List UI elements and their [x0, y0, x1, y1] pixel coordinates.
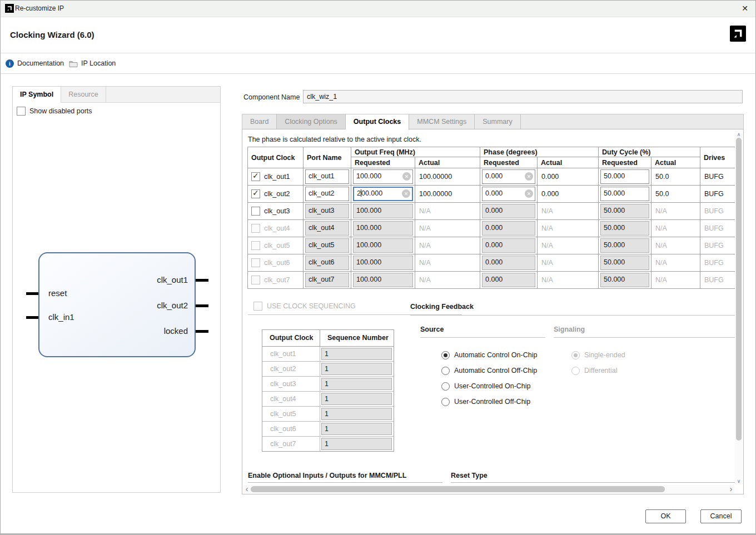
vertical-scrollbar[interactable]: [735, 130, 743, 484]
scroll-up-icon[interactable]: [735, 130, 743, 138]
tab-output-clocks[interactable]: Output Clocks: [346, 114, 409, 130]
output-clock-checkbox[interactable]: [251, 172, 260, 181]
port-label-locked: locked: [164, 326, 188, 336]
sequence-clock-label: clk_out2: [262, 362, 320, 376]
sequence-number-input[interactable]: 1: [321, 348, 392, 360]
freq-requested-input[interactable]: 100.000: [353, 169, 413, 184]
port-name-input[interactable]: clk_out6: [305, 256, 349, 270]
sequence-row: clk_out41: [262, 391, 394, 406]
phase-requested-input[interactable]: 0.000: [482, 273, 535, 287]
port-name-input[interactable]: clk_out4: [305, 221, 349, 236]
sequence-number-input[interactable]: 1: [321, 378, 392, 390]
radio-button[interactable]: [441, 351, 450, 359]
output-clock-checkbox[interactable]: [251, 189, 260, 198]
radio-button[interactable]: [571, 351, 580, 359]
phase-requested-input[interactable]: 0.000: [482, 238, 535, 253]
show-disabled-ports-checkbox[interactable]: [17, 107, 26, 116]
duty-requested-input[interactable]: 50.000: [600, 221, 649, 236]
divider: [410, 315, 736, 316]
output-clock-checkbox[interactable]: [251, 207, 260, 216]
header-actual: Actual: [651, 157, 700, 168]
port-name-input[interactable]: clk_out1: [305, 169, 349, 184]
vertical-scrollbar-thumb[interactable]: [736, 138, 742, 441]
tab-board[interactable]: Board: [242, 114, 277, 129]
phase-requested-input[interactable]: 0.000: [482, 204, 535, 218]
phase-actual-value: 0.000: [538, 168, 599, 185]
tab-resource[interactable]: Resource: [61, 87, 106, 102]
clear-field-icon[interactable]: [402, 189, 410, 198]
tab-summary[interactable]: Summary: [475, 114, 520, 129]
port-name-input[interactable]: clk_out2: [305, 187, 349, 201]
output-clock-checkbox[interactable]: [251, 224, 260, 233]
radio-button[interactable]: [571, 367, 580, 375]
ok-button[interactable]: OK: [645, 509, 686, 523]
output-clock-checkbox[interactable]: [251, 276, 260, 284]
tab-ip-symbol[interactable]: IP Symbol: [13, 87, 61, 103]
duty-requested-input[interactable]: 50.000: [600, 169, 649, 184]
duty-requested-input[interactable]: 50.000: [600, 273, 649, 287]
clear-field-icon[interactable]: [525, 189, 533, 198]
freq-requested-input[interactable]: 100.000: [353, 273, 413, 287]
drives-value: BUFG: [700, 272, 735, 288]
radio-button[interactable]: [441, 398, 450, 406]
port-name-input[interactable]: clk_out3: [305, 204, 349, 218]
sequence-clock-label: clk_out6: [262, 422, 320, 436]
freq-actual-value: 100.00000: [415, 168, 480, 185]
drives-value: BUFG: [700, 203, 735, 219]
sequence-clock-label: clk_out5: [262, 407, 320, 421]
duty-actual-value: N/A: [651, 272, 700, 288]
scroll-down-icon[interactable]: [735, 477, 743, 484]
ip-location-button[interactable]: IP Location: [69, 53, 116, 73]
sequence-number-input[interactable]: 1: [321, 393, 392, 405]
close-icon[interactable]: [737, 2, 753, 15]
freq-requested-input[interactable]: 100.000: [353, 204, 413, 218]
optional-io-title: Enable Optional Inputs / Outputs for MMC…: [248, 472, 406, 479]
duty-requested-input[interactable]: 50.000: [600, 187, 649, 201]
port-stub: [196, 304, 208, 307]
cancel-button[interactable]: Cancel: [700, 509, 742, 523]
divider: [248, 482, 442, 483]
duty-requested-input[interactable]: 50.000: [600, 256, 649, 270]
clear-field-icon[interactable]: [402, 172, 411, 181]
sequence-number-input[interactable]: 1: [321, 408, 392, 420]
phase-actual-value: N/A: [538, 272, 599, 288]
freq-requested-input[interactable]: 200.000: [353, 187, 413, 201]
phase-requested-input[interactable]: 0.000: [482, 169, 535, 184]
horizontal-scrollbar[interactable]: [243, 485, 735, 493]
output-clock-checkbox[interactable]: [251, 258, 260, 267]
header-requested: Requested: [599, 157, 651, 168]
phase-requested-input[interactable]: 0.000: [482, 187, 535, 201]
port-label-clk_out1: clk_out1: [157, 275, 188, 284]
clear-field-icon[interactable]: [525, 172, 533, 181]
use-clock-sequencing-checkbox[interactable]: [253, 302, 262, 311]
tab-clocking-options[interactable]: Clocking Options: [277, 114, 346, 129]
duty-requested-input[interactable]: 50.000: [600, 238, 649, 253]
component-name-input[interactable]: clk_wiz_1: [303, 90, 743, 103]
use-clock-sequencing-row: USE CLOCK SEQUENCING: [253, 302, 356, 311]
phase-actual-value: N/A: [538, 220, 599, 237]
component-name-label: Component Name: [243, 93, 300, 101]
header-seq-output-clock: Output Clock: [262, 330, 320, 346]
sequence-number-input[interactable]: 1: [321, 423, 392, 435]
horizontal-scrollbar-thumb[interactable]: [251, 486, 665, 492]
freq-requested-input[interactable]: 100.000: [353, 256, 413, 270]
port-name-input[interactable]: clk_out7: [305, 273, 349, 287]
tab-mmcm-settings[interactable]: MMCM Settings: [409, 114, 475, 129]
ip-symbol-panel: IP Symbol Resource Show disabled ports r…: [12, 86, 221, 493]
documentation-button[interactable]: Documentation: [6, 53, 64, 73]
sequence-row: clk_out11: [262, 347, 394, 361]
scroll-right-icon[interactable]: [727, 485, 735, 493]
freq-requested-input[interactable]: 100.000: [353, 221, 413, 236]
freq-actual-value: N/A: [415, 203, 480, 219]
scroll-left-icon[interactable]: [243, 485, 251, 493]
sequence-number-input[interactable]: 1: [321, 363, 392, 375]
radio-button[interactable]: [441, 367, 450, 375]
duty-requested-input[interactable]: 50.000: [600, 204, 649, 218]
radio-button[interactable]: [441, 382, 450, 391]
freq-requested-input[interactable]: 100.000: [353, 238, 413, 253]
output-clock-checkbox[interactable]: [251, 241, 260, 250]
sequence-number-input[interactable]: 1: [321, 438, 392, 450]
phase-requested-input[interactable]: 0.000: [482, 256, 535, 270]
phase-requested-input[interactable]: 0.000: [482, 221, 535, 236]
port-name-input[interactable]: clk_out5: [305, 238, 349, 253]
